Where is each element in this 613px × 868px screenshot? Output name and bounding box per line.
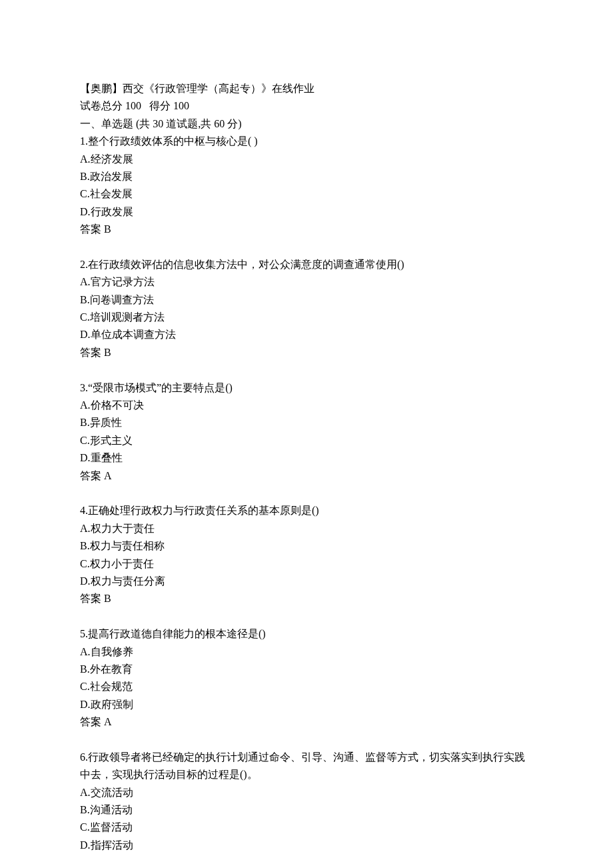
question-option: A.官方记录方法: [80, 273, 533, 291]
question-stem: 5.提高行政道德自律能力的根本途径是(): [80, 625, 533, 643]
question-option: A.经济发展: [80, 151, 533, 168]
question-option: D.重叠性: [80, 449, 533, 467]
question-answer: 答案 B: [80, 344, 533, 361]
question-answer: 答案 A: [80, 467, 533, 485]
question-answer: 答案 B: [80, 590, 533, 607]
question-option: A.自我修养: [80, 643, 533, 661]
question-option: B.异质性: [80, 414, 533, 431]
blank-line: [80, 485, 533, 502]
question-stem: 3.“受限市场模式”的主要特点是(): [80, 379, 533, 397]
doc-title: 【奥鹏】西交《行政管理学（高起专）》在线作业: [80, 80, 533, 97]
question-option: D.指挥活动: [80, 837, 533, 854]
question-option: D.行政发展: [80, 203, 533, 221]
question-option: C.培训观测者方法: [80, 309, 533, 326]
question-option: B.权力与责任相称: [80, 537, 533, 555]
question-stem: 1.整个行政绩效体系的中枢与核心是( ): [80, 133, 533, 150]
blank-line: [80, 361, 533, 379]
question-option: B.沟通活动: [80, 801, 533, 819]
question-option: C.监督活动: [80, 819, 533, 836]
question-stem: 4.正确处理行政权力与行政责任关系的基本原则是(): [80, 502, 533, 519]
questions-container: 1.整个行政绩效体系的中枢与核心是( )A.经济发展B.政治发展C.社会发展D.…: [80, 133, 533, 854]
question-option: D.权力与责任分离: [80, 573, 533, 590]
question-option: C.形式主义: [80, 432, 533, 449]
question-option: B.外在教育: [80, 661, 533, 678]
question-option: C.社会规范: [80, 678, 533, 695]
question-stem: 2.在行政绩效评估的信息收集方法中，对公众满意度的调查通常使用(): [80, 256, 533, 273]
score-line: 试卷总分 100 得分 100: [80, 97, 533, 115]
document-page: 【奥鹏】西交《行政管理学（高起专）》在线作业 试卷总分 100 得分 100 一…: [0, 0, 613, 868]
question-option: D.政府强制: [80, 696, 533, 713]
question-option: B.问卷调查方法: [80, 291, 533, 309]
question-option: C.权力小于责任: [80, 555, 533, 573]
question-answer: 答案 A: [80, 713, 533, 731]
question-option: A.交流活动: [80, 784, 533, 801]
blank-line: [80, 239, 533, 256]
question-stem: 6.行政领导者将已经确定的执行计划通过命令、引导、沟通、监督等方式，切实落实到执…: [80, 749, 533, 784]
blank-line: [80, 608, 533, 625]
question-answer: 答案 B: [80, 221, 533, 238]
question-option: A.价格不可决: [80, 397, 533, 414]
blank-line: [80, 731, 533, 748]
question-option: D.单位成本调查方法: [80, 326, 533, 343]
section-title: 一、单选题 (共 30 道试题,共 60 分): [80, 115, 533, 133]
question-option: C.社会发展: [80, 185, 533, 203]
question-option: A.权力大于责任: [80, 520, 533, 537]
question-option: B.政治发展: [80, 168, 533, 185]
